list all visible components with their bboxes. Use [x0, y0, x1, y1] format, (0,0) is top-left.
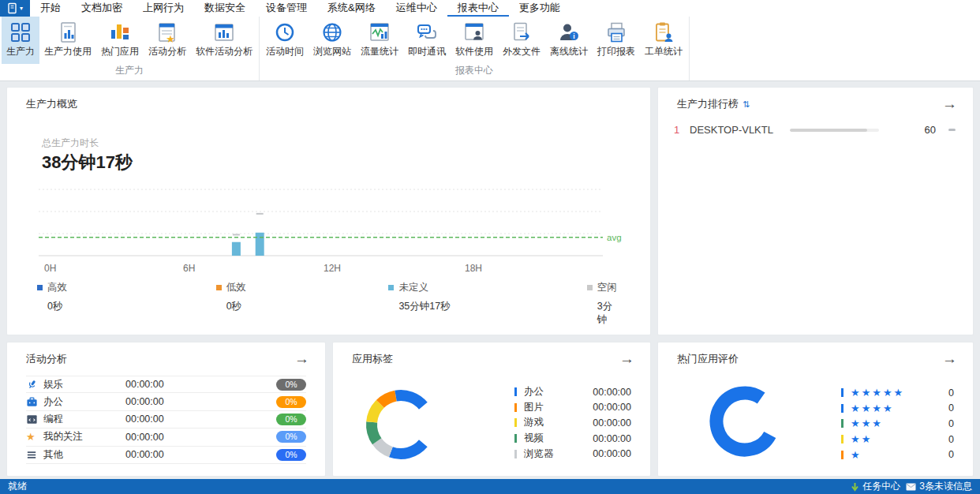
ribbon-item-label: 外发文件	[503, 45, 540, 58]
score-progress-bar	[790, 129, 879, 132]
legend-marker	[514, 418, 517, 427]
ribbon-item-traffic-stats[interactable]: 流量统计	[356, 17, 403, 64]
activity-time: 00:00:00	[125, 396, 276, 407]
rating-count: 0	[948, 418, 954, 429]
ribbon-item-workorder-stats[interactable]: 工单统计	[640, 17, 687, 64]
status-bar: 就绪 任务中心 3条未读信息	[0, 479, 980, 494]
ribbon-item-label: 软件活动分析	[196, 45, 252, 58]
ribbon-item-activity-analysis[interactable]: ★ 活动分析	[144, 17, 191, 64]
unread-messages-button[interactable]: 3条未读信息	[906, 480, 972, 493]
ribbon-item-label: 活动时间	[266, 45, 304, 58]
ribbon-item-software-usage[interactable]: 软件使用	[451, 17, 498, 64]
open-detail-arrow-icon[interactable]: →	[942, 99, 957, 110]
tag-row-images[interactable]: 图片00:00:00	[514, 400, 631, 416]
activity-row-my-focus[interactable]: ★ 我的关注 00:00:00 0%	[26, 429, 306, 446]
menu-item-more-features[interactable]: 更多功能	[509, 0, 570, 17]
panel-productivity-ranking: 生产力排行榜 ⇅ → 1 DESKTOP-VLKTL... 60	[657, 87, 974, 335]
rating-row-3-stars[interactable]: ★★★0	[841, 416, 954, 432]
rating-row-1-star[interactable]: ★0	[841, 447, 954, 462]
doc-star-icon: ★	[155, 21, 179, 44]
open-detail-arrow-icon[interactable]: →	[942, 354, 957, 365]
menu-item-doc-encryption[interactable]: 文档加密	[71, 0, 133, 17]
tag-time: 00:00:00	[593, 417, 631, 429]
legend-marker	[514, 403, 517, 412]
envelope-icon	[906, 483, 916, 491]
activity-label: 娱乐	[43, 378, 125, 391]
panel-hot-app-ratings: 热门应用评价 → ★★★★★0 ★★★★0 ★★★0 ★★0 ★0	[657, 342, 974, 477]
legend-swatch	[37, 285, 43, 290]
open-detail-arrow-icon[interactable]: →	[294, 354, 309, 365]
unread-messages-label: 3条未读信息	[919, 480, 972, 493]
tag-row-office[interactable]: 办公00:00:00	[514, 384, 631, 400]
ribbon-item-software-activity-analysis[interactable]: 软件活动分析	[191, 17, 257, 64]
tag-label: 办公	[524, 385, 593, 399]
star-rating: ★★★	[851, 417, 948, 429]
ribbon-item-label: 生产力使用	[44, 45, 92, 58]
menu-item-start[interactable]: 开始	[30, 0, 71, 17]
ribbon-item-instant-messaging[interactable]: 即时通讯	[403, 17, 451, 64]
ribbon-group-productivity: 生产力 生产力使用 热门应用 ★ 活动分析	[0, 17, 260, 80]
sort-icon[interactable]: ⇅	[742, 99, 750, 110]
ribbon-item-productivity[interactable]: 生产力	[2, 17, 39, 64]
tag-row-browser[interactable]: 浏览器00:00:00	[514, 446, 631, 462]
ribbon-item-label: 离线统计	[550, 45, 588, 58]
legend-item-undefined: 未定义 35分钟17秒	[388, 281, 586, 327]
panel-title: 应用标签	[352, 352, 393, 366]
ribbon-item-label: 热门应用	[101, 45, 139, 58]
task-center-button[interactable]: 任务中心	[851, 480, 900, 493]
ribbon-item-label: 工单统计	[645, 45, 683, 58]
activity-time: 00:00:00	[125, 432, 276, 443]
ratings-donut-chart	[701, 378, 788, 465]
ribbon-item-print-report[interactable]: 打印报表	[593, 17, 640, 64]
productivity-bar-chart: avg	[39, 189, 646, 261]
legend-item-inefficient: 低效 0秒	[216, 281, 389, 327]
rating-row-5-stars[interactable]: ★★★★★0	[841, 385, 954, 401]
tag-row-games[interactable]: 游戏00:00:00	[514, 415, 631, 431]
star-rating: ★★	[851, 433, 948, 445]
legend-marker	[841, 404, 843, 413]
legend-marker	[841, 388, 843, 397]
tag-label: 图片	[524, 401, 593, 414]
activity-row-other[interactable]: 其他 00:00:00 0%	[26, 447, 306, 464]
activity-time: 00:00:00	[125, 414, 276, 425]
menu-item-web-behavior[interactable]: 上网行为	[133, 0, 194, 17]
avg-label: avg	[607, 233, 622, 242]
menu-item-system-network[interactable]: 系统&网络	[317, 0, 386, 17]
tag-time: 00:00:00	[593, 433, 631, 444]
score-value: 60	[879, 124, 936, 136]
microphone-icon	[26, 379, 43, 391]
ranking-row[interactable]: 1 DESKTOP-VLKTL... 60	[674, 124, 956, 136]
legend-label: 高效	[47, 281, 67, 294]
open-detail-arrow-icon[interactable]: →	[619, 354, 634, 365]
chat-bubbles-icon	[415, 21, 439, 44]
total-productivity-label: 总生产力时长	[42, 137, 99, 150]
tag-time: 00:00:00	[593, 402, 631, 413]
menu-item-report-center[interactable]: 报表中心	[447, 0, 509, 17]
ribbon-item-activity-time[interactable]: 活动时间	[261, 17, 309, 64]
menu-lines-icon	[26, 449, 43, 461]
ribbon-item-offline-stats[interactable]: i 离线统计	[545, 17, 593, 64]
activity-row-office[interactable]: 办公 00:00:00 0%	[26, 393, 306, 410]
ribbon-item-label: 流量统计	[361, 45, 398, 58]
legend-marker	[514, 434, 517, 443]
menu-item-data-security[interactable]: 数据安全	[194, 0, 256, 17]
menu-item-device-management[interactable]: 设备管理	[256, 0, 317, 17]
ribbon-item-hot-apps[interactable]: 热门应用	[96, 17, 144, 64]
ribbon-item-label: 软件使用	[455, 45, 493, 58]
ribbon-item-label: 浏览网站	[313, 45, 351, 58]
activity-row-entertainment[interactable]: 娱乐 00:00:00 0%	[26, 376, 306, 393]
ribbon-item-outgoing-files[interactable]: 外发文件	[498, 17, 545, 64]
tag-row-video[interactable]: 视频00:00:00	[514, 431, 631, 447]
activity-row-programming[interactable]: 编程 00:00:00 0%	[26, 411, 306, 429]
app-menu-button[interactable]: ▾	[0, 0, 30, 17]
rating-row-4-stars[interactable]: ★★★★0	[841, 401, 954, 417]
doc-bar-chart-icon	[56, 21, 80, 44]
ribbon-item-label: 生产力	[6, 45, 35, 58]
ribbon-item-browse-websites[interactable]: 浏览网站	[309, 17, 356, 64]
rating-row-2-stars[interactable]: ★★0	[841, 432, 954, 447]
rating-count: 0	[948, 434, 954, 445]
app-menu-icon	[7, 2, 18, 14]
ribbon-item-productivity-usage[interactable]: 生产力使用	[39, 17, 96, 64]
menu-item-ops-center[interactable]: 运维中心	[386, 0, 447, 17]
download-arrow-icon	[851, 482, 859, 492]
